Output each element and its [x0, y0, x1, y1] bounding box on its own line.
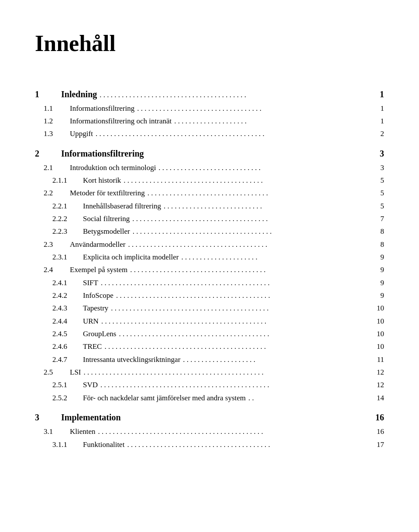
sub1-page: 1 [371, 116, 384, 127]
sub2-label: TREC [83, 341, 102, 352]
sub2-page: 11 [371, 354, 384, 365]
sub2-label: Innehållsbaserad filtrering [83, 201, 161, 212]
sub2-page: 10 [371, 316, 384, 327]
sub1-page: 5 [371, 188, 384, 199]
toc-entry: 2.5.1SVD. . . . . . . . . . . . . . . . … [35, 379, 384, 391]
sub2-dots: . . . . . . . . . . . . . . . . . . . . … [121, 175, 371, 186]
toc-container: 1Inledning. . . . . . . . . . . . . . . … [35, 88, 384, 450]
sub1-number: 2.4 [35, 264, 70, 276]
sub2-page: 17 [371, 439, 384, 450]
toc-entry: 2.4.5GroupLens. . . . . . . . . . . . . … [35, 328, 384, 340]
sub2-page: 5 [371, 175, 384, 186]
toc-entry: 2.3.1Explicita och implicita modeller. .… [35, 252, 384, 263]
toc-entry: 2.1.1Kort historik. . . . . . . . . . . … [35, 175, 384, 186]
sub1-dots: . . . . . . . . . . . . . . . . . . . . … [93, 128, 371, 140]
sub1-label: Användarmodeller [70, 239, 125, 250]
page-title: Innehåll [35, 26, 384, 61]
sub2-dots: . . . . . . . . . . . . . . . . . . . . … [124, 439, 371, 450]
chapter-page: 3 [371, 147, 384, 160]
sub2-number: 2.1.1 [35, 175, 83, 186]
toc-entry: 2.3Användarmodeller. . . . . . . . . . .… [35, 239, 384, 250]
sub2-dots: . . . . . . . . . . . . . . . . . . . . … [98, 277, 371, 289]
sub2-number: 2.5.2 [35, 392, 83, 404]
sub1-label: Introduktion och terminologi [70, 162, 156, 174]
sub2-dots: . . . . . . . . . . . . . . . . . . . . … [179, 252, 371, 263]
sub2-label: Social filtrering [83, 213, 130, 225]
toc-entry: 2.2Metoder för textfiltrering. . . . . .… [35, 188, 384, 199]
sub2-dots: . . . . . . . . . . . . . . . . . . . . … [98, 379, 371, 391]
sub1-dots: . . . . . . . . . . . . . . . . . . . . [172, 116, 371, 127]
sub2-dots: . . . . . . . . . . . . . . . . . . . . … [130, 213, 371, 225]
sub2-number: 2.2.3 [35, 226, 83, 237]
sub2-dots: . . . . . . . . . . . . . . . . . . . . … [161, 201, 371, 212]
sub2-label: InfoScope [83, 290, 113, 301]
toc-entry: 2.2.2Social filtrering. . . . . . . . . … [35, 213, 384, 225]
sub1-dots: . . . . . . . . . . . . . . . . . . . . … [156, 162, 371, 174]
toc-entry: 2.4.1SIFT. . . . . . . . . . . . . . . .… [35, 277, 384, 289]
toc-entry: 2.4.3Tapestry. . . . . . . . . . . . . .… [35, 303, 384, 314]
sub1-page: 9 [371, 264, 384, 276]
sub2-dots: . . . . . . . . . . . . . . . . . . . . … [130, 226, 371, 237]
sub2-label: För- och nackdelar samt jämförelser med … [83, 392, 246, 404]
sub1-label: LSI [70, 367, 81, 378]
toc-entry: 2.2.1Innehållsbaserad filtrering. . . . … [35, 201, 384, 212]
sub2-dots: . . [246, 392, 371, 404]
sub2-dots: . . . . . . . . . . . . . . . . . . . . [180, 354, 371, 365]
chapter-label: Implementation [61, 411, 121, 424]
toc-entry: 1.1Informationsfiltrering. . . . . . . .… [35, 103, 384, 114]
sub2-page: 12 [371, 379, 384, 391]
sub2-dots: . . . . . . . . . . . . . . . . . . . . … [113, 290, 371, 301]
sub2-number: 3.1.1 [35, 439, 83, 450]
sub1-label: Uppgift [70, 128, 93, 140]
toc-entry: 2.4.7Intressanta utvecklingsriktningar. … [35, 354, 384, 365]
sub2-label: Betygsmodeller [83, 226, 130, 237]
sub1-page: 1 [371, 103, 384, 114]
sub1-label: Klienten [70, 426, 96, 437]
sub2-label: Tapestry [83, 303, 108, 314]
chapter-label: Inledning [61, 88, 97, 101]
toc-entry: 2.1Introduktion och terminologi. . . . .… [35, 162, 384, 174]
toc-entry: 3Implementation16 [35, 411, 384, 424]
sub2-dots: . . . . . . . . . . . . . . . . . . . . … [99, 316, 371, 327]
toc-entry: 2.5.2För- och nackdelar samt jämförelser… [35, 392, 384, 404]
sub2-label: Kort historik [83, 175, 121, 186]
chapter-dots: . . . . . . . . . . . . . . . . . . . . … [97, 89, 371, 101]
sub2-page: 10 [371, 328, 384, 340]
sub2-page: 7 [371, 213, 384, 225]
toc-entry: 2.4Exempel på system. . . . . . . . . . … [35, 264, 384, 276]
toc-entry: 3.1Klienten. . . . . . . . . . . . . . .… [35, 426, 384, 437]
chapter-number: 1 [35, 88, 61, 101]
toc-entry: 1.2Informationsfiltrering och intranät. … [35, 116, 384, 127]
sub1-label: Informationsfiltrering och intranät [70, 116, 172, 127]
sub2-number: 2.4.7 [35, 354, 83, 365]
sub2-number: 2.3.1 [35, 252, 83, 263]
sub2-dots: . . . . . . . . . . . . . . . . . . . . … [116, 328, 371, 340]
sub1-dots: . . . . . . . . . . . . . . . . . . . . … [81, 367, 371, 378]
sub2-page: 8 [371, 226, 384, 237]
sub2-dots: . . . . . . . . . . . . . . . . . . . . … [108, 303, 371, 314]
toc-entry: 2.5LSI. . . . . . . . . . . . . . . . . … [35, 367, 384, 378]
sub1-number: 2.2 [35, 188, 70, 199]
sub2-page: 5 [371, 201, 384, 212]
sub1-number: 3.1 [35, 426, 70, 437]
chapter-number: 2 [35, 147, 61, 160]
sub2-dots: . . . . . . . . . . . . . . . . . . . . … [102, 341, 371, 352]
toc-entry: 2.2.3Betygsmodeller. . . . . . . . . . .… [35, 226, 384, 237]
sub2-number: 2.5.1 [35, 379, 83, 391]
sub2-label: Explicita och implicita modeller [83, 252, 179, 263]
sub2-page: 9 [371, 290, 384, 301]
sub1-number: 1.2 [35, 116, 70, 127]
toc-entry: 2.4.2InfoScope. . . . . . . . . . . . . … [35, 290, 384, 301]
sub1-dots: . . . . . . . . . . . . . . . . . . . . … [96, 426, 371, 437]
sub1-number: 2.1 [35, 162, 70, 174]
sub2-number: 2.4.5 [35, 328, 83, 340]
chapter-number: 3 [35, 411, 61, 424]
toc-entry: 1.3Uppgift. . . . . . . . . . . . . . . … [35, 128, 384, 140]
sub2-label: Intressanta utvecklingsriktningar [83, 354, 180, 365]
sub1-dots: . . . . . . . . . . . . . . . . . . . . … [125, 239, 371, 250]
sub2-page: 10 [371, 341, 384, 352]
sub1-number: 1.3 [35, 128, 70, 140]
sub2-label: SIFT [83, 277, 98, 289]
sub1-dots: . . . . . . . . . . . . . . . . . . . . … [145, 188, 371, 199]
sub2-label: Funktionalitet [83, 439, 124, 450]
